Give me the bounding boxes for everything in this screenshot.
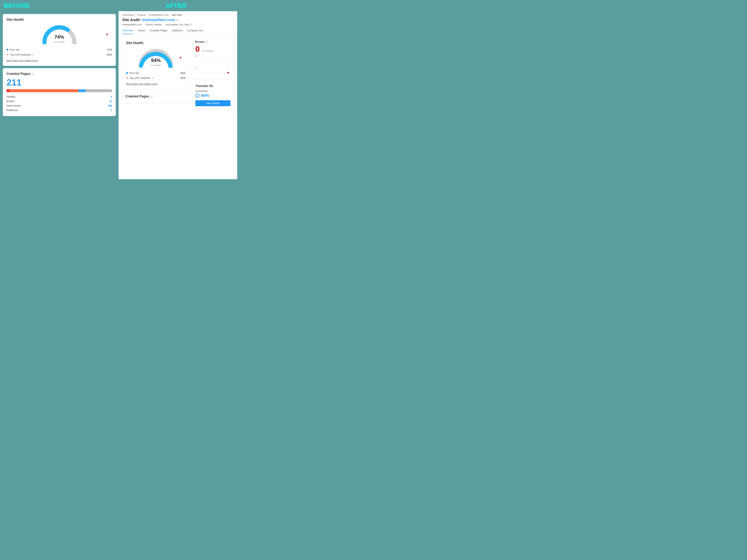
your-site-dot <box>6 49 8 51</box>
breadcrumb-sep3: › <box>170 14 171 16</box>
before-site-health-title: Site Health <box>6 18 112 22</box>
before-more-link[interactable]: More about Site Health score <box>6 59 38 62</box>
after-tabs: Overview Issues Crawled Pages Statistics… <box>119 27 237 34</box>
thematic-card: Thematic Re Crawlability 94% View detail… <box>192 81 233 109</box>
crawlability-value: 94% <box>195 93 230 98</box>
errors-chart-line-bottom <box>195 70 230 75</box>
before-your-site-row: Your site 74% <box>6 47 112 52</box>
progress-blue <box>78 89 86 92</box>
before-have-issues-row: Have issues 168 <box>6 103 112 108</box>
errors-sub: no changes <box>202 50 213 52</box>
after-right-column: Errors i 0 no changes 4 0 <box>192 37 233 176</box>
after-more-link[interactable]: More about Site Health score <box>126 82 157 85</box>
after-site-health-title: Site Health <box>126 41 186 45</box>
errors-axis-bottom <box>195 73 230 73</box>
top10-arrow: ▼ <box>6 53 9 56</box>
errors-title: Errors i <box>195 40 230 44</box>
after-title-site[interactable]: khaleejaffairs.com <box>142 18 175 22</box>
after-gauge-container: 94% no changes ◄ <box>126 47 186 68</box>
before-crawled-count: 211 <box>6 78 112 87</box>
after-top10-arrow: ▼ <box>126 77 128 79</box>
errors-chart-label-bottom: 0 <box>195 66 230 69</box>
before-top10-value: 92% <box>107 53 112 56</box>
meta-update: Last update: Sat, Sep 17 <box>165 23 192 26</box>
errors-chart: 4 0 <box>195 55 230 75</box>
before-broken-row: Broken 10 <box>6 99 112 103</box>
after-your-site-label: Your site <box>126 72 139 75</box>
breadcrumb-projects[interactable]: Projects <box>137 14 146 16</box>
before-site-health-stats: Your site 74% ▼ Top-10% websites ∨ 92% <box>6 47 112 57</box>
site-dropdown-icon[interactable]: ∨ <box>177 19 178 22</box>
before-progress-bar <box>6 89 112 92</box>
tab-statistics[interactable]: Statistics <box>172 27 182 34</box>
progress-red <box>6 89 10 92</box>
breadcrumb-site[interactable]: khaleejaffairs.com <box>149 14 169 16</box>
crawled-info-icon: i <box>31 73 34 76</box>
before-healthy-row: Healthy 4 <box>6 95 112 99</box>
tab-overview[interactable]: Overview <box>122 27 133 34</box>
main-layout: Site Health 74% no changes ◄ <box>0 11 237 179</box>
progress-orange <box>10 89 78 92</box>
before-redirects-row: Redirects 2 <box>6 108 112 112</box>
before-your-site-value: 74% <box>107 48 112 51</box>
after-panel: Dashboard › Projects › khaleejaffairs.co… <box>119 11 237 179</box>
errors-chart-dot <box>228 72 229 73</box>
progress-gray <box>86 89 112 92</box>
errors-chart-label-top: 4 <box>195 55 230 57</box>
after-your-site-row: Your site 94% <box>126 71 186 76</box>
after-site-health-card: Site Health 94% no changes ◄ <box>122 37 189 89</box>
after-gauge-text: 94% no changes <box>151 57 161 66</box>
after-left-column: Site Health 94% no changes ◄ <box>122 37 189 176</box>
after-crawled-pages-card: Crawled Pages i <box>122 91 189 104</box>
before-gauge-sub: no changes <box>54 41 65 43</box>
before-crawled-stats: Healthy 4 Broken 10 Have issues 168 Redi… <box>6 95 112 112</box>
breadcrumb-sep2: › <box>147 14 148 16</box>
after-page-title: Site Audit: khaleejaffairs.com ∨ <box>119 17 237 22</box>
before-crawled-card: Crawled Pages i 211 Healthy 4 Broken 10 <box>3 68 116 116</box>
before-gauge-arrow: ◄ <box>105 32 108 36</box>
after-site-health-stats: Your site 94% ▼ Top-10% websites ∨ 92% <box>126 71 186 81</box>
before-your-site-label: Your site <box>6 48 20 51</box>
before-panel: Site Health 74% no changes ◄ <box>0 11 119 179</box>
tab-issues[interactable]: Issues <box>138 27 145 34</box>
errors-count-row: 0 no changes <box>195 45 230 53</box>
after-meta: khaleejaffairs.com Device: Mobile Last u… <box>119 22 237 27</box>
after-top10-row: ▼ Top-10% websites ∨ 92% <box>126 76 186 81</box>
after-gauge-percent: 94% <box>151 57 161 63</box>
after-your-site-value: 94% <box>180 72 186 75</box>
after-gauge-arrow: ◄ <box>179 56 182 59</box>
before-gauge-percent: 74% <box>54 34 65 40</box>
thematic-title: Thematic Re <box>195 84 230 88</box>
errors-count: 0 <box>195 45 200 53</box>
view-details-button[interactable]: View details <box>195 100 230 106</box>
after-top10-label: ▼ Top-10% websites ∨ <box>126 77 154 80</box>
crawlability-percent: 94% <box>201 93 209 98</box>
before-gauge-text: 74% no changes <box>54 34 65 43</box>
before-crawled-title: Crawled Pages i <box>6 72 112 76</box>
top-bar: BEFORE AFTER <box>0 0 237 11</box>
errors-card: Errors i 0 no changes 4 0 <box>192 37 233 79</box>
before-label: BEFORE <box>4 2 119 9</box>
before-top10-label: ▼ Top-10% websites ∨ <box>6 53 34 56</box>
errors-info-icon: i <box>205 41 208 43</box>
after-crawled-title: Crawled Pages i <box>125 95 186 98</box>
before-gauge-container: 74% no changes ◄ <box>6 24 112 45</box>
after-your-site-dot <box>126 72 128 74</box>
crawlability-ring-icon <box>195 94 200 98</box>
breadcrumb-current: Site Audit <box>172 14 182 16</box>
after-breadcrumb: Dashboard › Projects › khaleejaffairs.co… <box>119 11 237 17</box>
breadcrumb-dashboard[interactable]: Dashboard <box>122 14 134 16</box>
meta-site: khaleejaffairs.com <box>122 23 142 26</box>
crawlability-label: Crawlability <box>195 89 230 92</box>
tab-compare[interactable]: Compare Cra... <box>187 27 205 34</box>
meta-device: Device: Mobile <box>146 23 161 26</box>
errors-chart-line-top <box>195 58 230 66</box>
after-content: Site Health 94% no changes ◄ <box>119 34 237 179</box>
after-top10-value: 92% <box>180 77 186 80</box>
after-label: AFTER <box>119 2 233 9</box>
after-crawled-info-icon: i <box>150 96 153 98</box>
tab-crawled-pages[interactable]: Crawled Pages <box>150 27 168 34</box>
after-gauge-sub: no changes <box>151 64 161 66</box>
breadcrumb-sep1: › <box>135 14 136 16</box>
before-top10-row: ▼ Top-10% websites ∨ 92% <box>6 52 112 57</box>
